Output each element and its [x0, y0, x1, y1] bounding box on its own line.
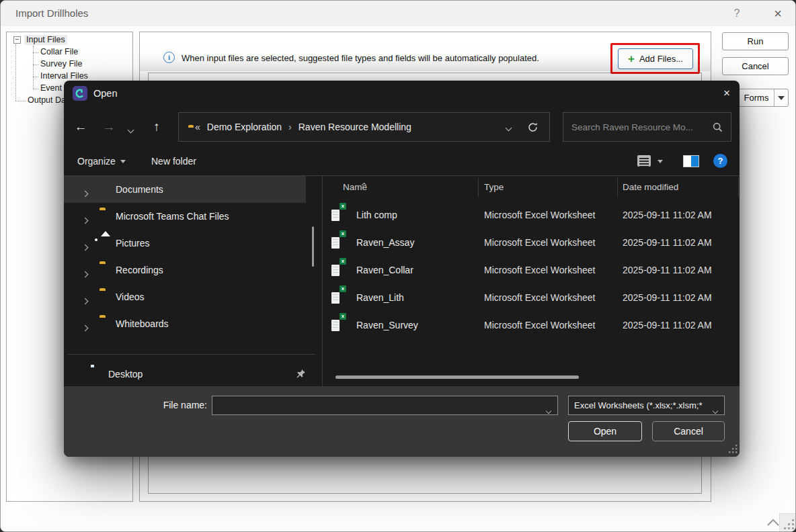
chevron-right-icon[interactable] [83, 214, 87, 226]
file-date: 2025-09-11 11:02 AM [623, 257, 712, 284]
navpane-item-desktop[interactable]: Desktop [64, 363, 316, 386]
file-name: Raven_Assay [356, 229, 414, 257]
file-date: 2025-09-11 11:02 AM [623, 312, 712, 339]
add-files-button[interactable]: + Add Files... [618, 48, 693, 69]
file-date: 2025-09-11 11:02 AM [623, 202, 712, 229]
window-help-button[interactable]: ? [729, 1, 745, 26]
file-type-value: Excel Worksheets (*.xlsx;*.xlsm;* [574, 396, 712, 414]
dialog-help-icon[interactable]: ? [713, 154, 727, 168]
chevron-down-icon [120, 160, 126, 163]
tree-item-input-files[interactable]: Input Files [24, 35, 67, 45]
navpane-divider [68, 354, 315, 355]
navpane-item-videos[interactable]: Videos [64, 283, 306, 310]
up-icon[interactable]: ↑ [147, 112, 167, 142]
breadcrumb-demo-exploration[interactable]: Demo Exploration [207, 122, 282, 132]
sort-ascending-icon [362, 177, 366, 189]
refresh-icon[interactable] [527, 122, 539, 133]
chevron-down-icon[interactable] [547, 404, 551, 416]
navpane-item-documents[interactable]: Documents [64, 176, 306, 203]
navpane-label: Documents [116, 176, 163, 203]
file-type-combo[interactable]: Excel Worksheets (*.xlsx;*.xlsm;* [568, 396, 725, 415]
open-button[interactable]: Open [568, 421, 642, 441]
dialog-resize-grip[interactable] [729, 445, 738, 453]
window-resize-grip[interactable] [779, 513, 796, 532]
column-separator[interactable] [738, 178, 739, 197]
file-date: 2025-09-11 11:02 AM [623, 284, 712, 312]
window-close-button[interactable]: × [768, 1, 788, 26]
file-name-input[interactable] [218, 396, 541, 414]
cancel-button-main[interactable]: Cancel [722, 57, 789, 75]
open-file-dialog: Open × ← → ↑ « Demo Exploration › Raven … [64, 81, 740, 457]
navpane-scrollbar[interactable] [312, 226, 314, 267]
address-dropdown-chevron-icon[interactable] [506, 121, 511, 133]
chevron-down-icon [713, 404, 717, 416]
info-icon: i [163, 52, 175, 63]
navpane-label: Microsoft Teams Chat Files [116, 203, 229, 230]
run-button[interactable]: Run [722, 32, 789, 50]
navpane-item-pictures[interactable]: Pictures [64, 230, 306, 257]
plus-icon: + [628, 53, 635, 64]
chevron-right-icon[interactable] [83, 267, 87, 279]
list-header: Name Type Date modified [323, 176, 740, 199]
chevron-right-icon[interactable] [83, 294, 87, 306]
breadcrumb-overflow-icon[interactable]: « [195, 122, 200, 132]
details-view-icon[interactable] [637, 155, 651, 167]
navpane-label: Recordings [116, 257, 163, 283]
breadcrumb-raven-resource-modelling[interactable]: Raven Resource Modelling [298, 122, 411, 132]
search-input[interactable] [571, 113, 706, 141]
file-row-raven-survey[interactable]: x Raven_Survey Microsoft Excel Worksheet… [323, 312, 740, 339]
tree-stub [33, 64, 38, 65]
file-name: Lith comp [356, 202, 397, 229]
search-box [563, 112, 731, 142]
tree-stub [33, 77, 38, 77]
file-row-raven-assay[interactable]: x Raven_Assay Microsoft Excel Worksheet … [323, 229, 740, 257]
chevron-down-icon [658, 160, 663, 163]
navpane-item-teams-chat-files[interactable]: Microsoft Teams Chat Files [64, 203, 306, 230]
forms-button-label[interactable]: Forms [739, 89, 774, 106]
recent-locations-chevron-icon[interactable] [128, 123, 133, 135]
address-bar[interactable]: « Demo Exploration › Raven Resource Mode… [178, 112, 550, 142]
chevron-down-icon [128, 127, 134, 134]
column-header-date-modified[interactable]: Date modified [623, 176, 678, 199]
tree-item-survey-file[interactable]: Survey File [40, 59, 83, 69]
leapfrog-app-icon [73, 86, 87, 101]
chevron-right-icon[interactable] [83, 187, 87, 199]
file-name-label: File name: [143, 386, 207, 424]
cancel-button-dialog[interactable]: Cancel [652, 421, 725, 441]
new-folder-label: New folder [151, 146, 196, 176]
chevron-right-icon[interactable] [83, 240, 87, 253]
navpane-item-recordings[interactable]: Recordings [64, 257, 306, 283]
search-icon [713, 122, 723, 132]
list-horizontal-scrollbar[interactable] [335, 375, 579, 379]
window-titlebar: Import Drillholes ? × [1, 1, 795, 26]
column-separator[interactable] [478, 178, 479, 197]
chevron-down-icon [778, 96, 785, 100]
organize-menu-button[interactable]: Organize [77, 146, 126, 176]
breadcrumb-separator-icon: › [288, 122, 292, 132]
tree-item-interval-files[interactable]: Interval Files [40, 71, 88, 81]
dialog-close-button[interactable]: × [714, 81, 740, 106]
forms-dropdown-arrow[interactable] [774, 89, 788, 106]
file-name-combo [212, 396, 558, 415]
forward-icon[interactable]: → [99, 112, 119, 142]
column-header-type[interactable]: Type [484, 176, 504, 199]
chevron-right-icon[interactable] [83, 321, 87, 333]
views-dropdown-button[interactable] [658, 146, 663, 176]
file-row-raven-lith[interactable]: x Raven_Lith Microsoft Excel Worksheet 2… [323, 284, 740, 312]
forms-split-button[interactable]: Forms [738, 89, 789, 107]
file-row-lith-comp[interactable]: x Lith comp Microsoft Excel Worksheet 20… [323, 202, 740, 229]
tree-collapse-toggle[interactable]: − [13, 36, 21, 44]
tree-item-collar-file[interactable]: Collar File [40, 47, 78, 57]
file-name: Raven_Lith [356, 284, 404, 312]
column-separator[interactable] [617, 178, 618, 197]
preview-pane-icon[interactable] [683, 155, 699, 167]
navpane-item-whiteboards[interactable]: Whiteboards [64, 310, 306, 337]
dialog-title: Open [93, 81, 117, 106]
back-icon[interactable]: ← [71, 112, 91, 142]
tree-item-output-data[interactable]: Output Da [28, 95, 66, 105]
file-row-raven-collar[interactable]: x Raven_Collar Microsoft Excel Worksheet… [323, 257, 740, 284]
new-folder-button[interactable]: New folder [151, 146, 196, 176]
dialog-footer: File name: Excel Worksheets (*.xlsx;*.xl… [64, 386, 740, 457]
pin-icon[interactable] [296, 369, 306, 379]
file-type: Microsoft Excel Worksheet [484, 202, 595, 229]
